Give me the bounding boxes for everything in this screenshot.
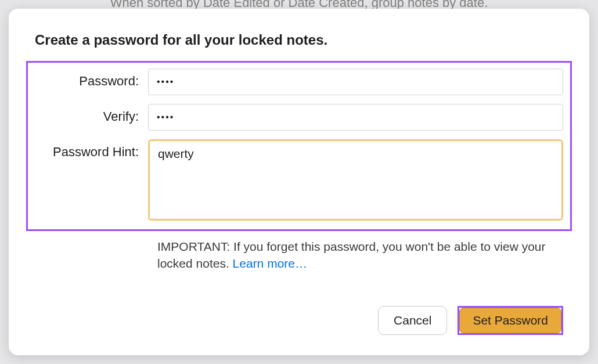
create-password-dialog: Create a password for all your locked no…	[9, 9, 589, 355]
hint-row: Password Hint:	[35, 139, 563, 221]
cancel-button[interactable]: Cancel	[378, 306, 447, 335]
hint-label: Password Hint:	[35, 139, 148, 160]
verify-field[interactable]	[148, 104, 563, 131]
password-hint-field[interactable]	[148, 139, 563, 221]
set-password-highlight: Set Password	[457, 306, 563, 335]
button-row: Cancel Set Password	[35, 289, 563, 335]
password-row: Password:	[35, 69, 563, 95]
important-text: IMPORTANT: If you forget this password, …	[157, 240, 546, 270]
verify-label: Verify:	[35, 104, 148, 124]
important-note: IMPORTANT: If you forget this password, …	[157, 238, 563, 272]
set-password-button[interactable]: Set Password	[459, 308, 561, 333]
verify-row: Verify:	[35, 104, 563, 131]
password-field[interactable]	[148, 69, 563, 95]
password-label: Password:	[35, 69, 148, 89]
learn-more-link[interactable]: Learn more…	[233, 257, 307, 270]
dialog-heading: Create a password for all your locked no…	[35, 32, 563, 48]
form-area-highlight: Password: Verify: Password Hint:	[26, 61, 572, 231]
